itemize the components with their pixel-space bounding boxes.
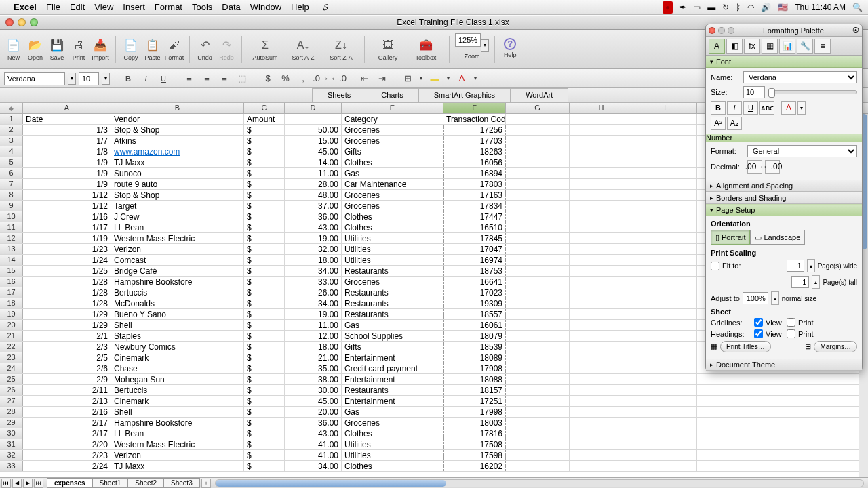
palette-font-name-selector[interactable]: Verdana (743, 71, 857, 83)
cell[interactable]: Sunoco (111, 168, 244, 178)
cell[interactable]: 1/19 (23, 233, 111, 243)
cell[interactable]: Restaurants (342, 385, 443, 395)
cell[interactable]: 2/23 (23, 450, 111, 460)
clock[interactable]: Thu 11:40 AM (795, 3, 846, 12)
cell[interactable] (570, 363, 633, 373)
cell[interactable]: Category (342, 114, 443, 124)
cell[interactable] (633, 352, 697, 363)
cell[interactable]: 18263 (443, 146, 506, 157)
cell[interactable]: Comcast (111, 255, 244, 265)
fit-to-checkbox[interactable] (711, 262, 719, 270)
cell[interactable]: 15.00 (285, 136, 342, 146)
cell[interactable]: Atkins (111, 136, 244, 146)
cell[interactable]: www.amazon.com (111, 146, 244, 157)
cell[interactable]: Utilities (342, 233, 443, 243)
column-header-A[interactable]: A (23, 103, 111, 113)
zoom-window-button[interactable] (30, 18, 38, 26)
cell[interactable]: $ (244, 439, 285, 449)
menu-file[interactable]: File (46, 2, 60, 12)
tab-nav-last[interactable]: ⏭ (34, 479, 43, 488)
cell[interactable] (633, 168, 697, 178)
cell[interactable]: 17447 (443, 211, 506, 222)
cell[interactable] (633, 211, 697, 222)
cell[interactable]: 18088 (443, 374, 506, 384)
cell[interactable] (506, 179, 570, 189)
cell[interactable] (570, 168, 633, 178)
cell[interactable]: 43.00 (285, 428, 342, 439)
increase-decimal-icon[interactable]: .00→ (747, 160, 762, 174)
row-header[interactable]: 5 (0, 157, 23, 167)
align-left-button[interactable]: ≡ (182, 71, 197, 86)
font-color-dropdown-icon[interactable]: ▾ (472, 71, 479, 86)
cell[interactable] (506, 190, 570, 200)
row-header[interactable]: 28 (0, 407, 23, 417)
column-header-C[interactable]: C (244, 103, 285, 113)
cell[interactable]: $ (244, 233, 285, 243)
cell[interactable] (570, 244, 633, 254)
cell[interactable]: 11.00 (285, 168, 342, 178)
cell[interactable]: 1/9 (23, 168, 111, 178)
cell[interactable]: 18157 (443, 385, 506, 395)
cell[interactable]: 20.00 (285, 407, 342, 417)
cell[interactable]: route 9 auto (111, 179, 244, 189)
cell[interactable]: 19.00 (285, 309, 342, 319)
fit-height-input[interactable] (791, 276, 809, 288)
cell[interactable]: Gifts (342, 146, 443, 157)
cell[interactable] (506, 298, 570, 308)
cell[interactable]: 30.00 (285, 385, 342, 395)
cell[interactable]: Groceries (342, 277, 443, 287)
cell[interactable] (570, 233, 633, 243)
cell[interactable]: 1/12 (23, 190, 111, 200)
cell[interactable]: 43.00 (285, 222, 342, 232)
tab-wordart[interactable]: WordArt (510, 88, 568, 102)
row-header[interactable]: 30 (0, 428, 23, 439)
tab-nav-first[interactable]: ⏮ (1, 479, 11, 488)
cell[interactable]: 37.00 (285, 201, 342, 211)
cell[interactable]: 41.00 (285, 439, 342, 449)
cell[interactable] (633, 266, 697, 276)
cell[interactable] (633, 450, 697, 460)
tab-nav-prev[interactable]: ◀ (12, 479, 22, 488)
cell[interactable] (570, 439, 633, 449)
cell[interactable]: $ (244, 157, 285, 167)
cell[interactable]: 17908 (443, 363, 506, 373)
percent-button[interactable]: % (278, 71, 293, 86)
cell[interactable]: 1/28 (23, 277, 111, 287)
cell[interactable]: Western Mass Electric (111, 233, 244, 243)
row-header[interactable]: 22 (0, 342, 23, 352)
cell[interactable] (506, 277, 570, 287)
adjust-percent-input[interactable] (743, 292, 768, 304)
cell[interactable] (506, 222, 570, 232)
cell[interactable] (506, 211, 570, 222)
currency-button[interactable]: $ (260, 71, 275, 86)
cell[interactable] (506, 125, 570, 135)
cell[interactable] (633, 179, 697, 189)
row-header[interactable]: 19 (0, 309, 23, 319)
cell[interactable] (633, 418, 697, 428)
toolbox-button[interactable]: 🧰Toolbox (408, 37, 443, 62)
cell[interactable]: Gas (342, 168, 443, 178)
cell[interactable] (506, 244, 570, 254)
cell[interactable] (570, 298, 633, 308)
cell[interactable] (570, 146, 633, 157)
font-size-dropdown-icon[interactable]: ▾ (102, 73, 110, 85)
sort-z-a-button[interactable]: Z↓Sort Z-A (323, 37, 359, 62)
save-button[interactable]: 💾Save (47, 37, 66, 62)
row-header[interactable]: 21 (0, 331, 23, 341)
margins-button[interactable]: Margins… (814, 341, 857, 352)
horizontal-scrollbar[interactable] (215, 479, 864, 487)
cell[interactable]: Groceries (342, 418, 443, 428)
cell[interactable]: 16061 (443, 320, 506, 330)
minimize-window-button[interactable] (18, 18, 26, 26)
cell[interactable] (633, 125, 697, 135)
palette-format-icon[interactable]: A (709, 39, 725, 54)
gridlines-view-checkbox[interactable] (754, 318, 763, 327)
cell[interactable]: Entertainment (342, 352, 443, 363)
new-button[interactable]: 📄New (4, 37, 23, 62)
cell[interactable]: 2/17 (23, 418, 111, 428)
cell[interactable]: 16510 (443, 222, 506, 232)
fill-color-button[interactable]: ▬ (427, 71, 442, 86)
cell[interactable] (633, 233, 697, 243)
palette-subscript-button[interactable]: A₂ (727, 117, 742, 130)
fit-height-stepper[interactable]: ▴ (812, 275, 820, 289)
